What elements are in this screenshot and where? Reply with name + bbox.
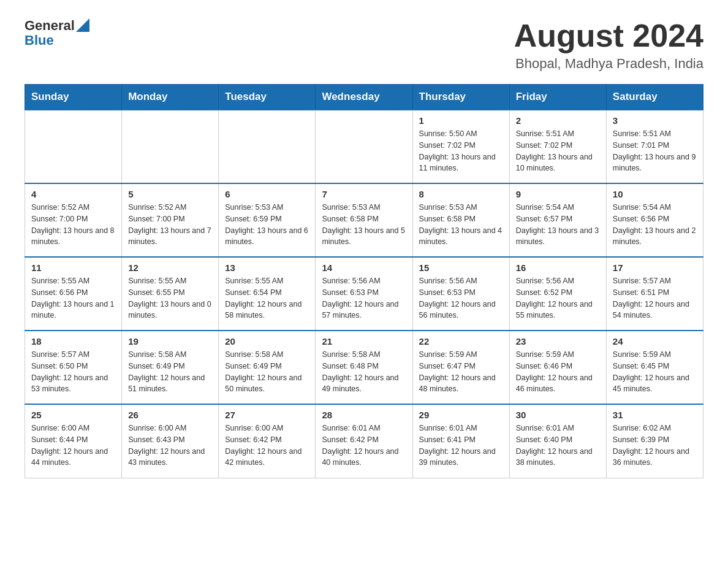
day-info: Sunrise: 5:55 AM Sunset: 6:55 PM Dayligh… <box>128 275 212 321</box>
week-row-5: 25Sunrise: 6:00 AM Sunset: 6:44 PM Dayli… <box>25 404 703 478</box>
day-info: Sunrise: 5:51 AM Sunset: 7:01 PM Dayligh… <box>613 128 697 174</box>
day-number: 6 <box>225 189 309 199</box>
day-info: Sunrise: 5:59 AM Sunset: 6:45 PM Dayligh… <box>613 349 697 395</box>
calendar-title: August 2024 <box>514 18 703 53</box>
day-number: 3 <box>613 115 697 126</box>
week-row-2: 4Sunrise: 5:52 AM Sunset: 7:00 PM Daylig… <box>25 183 703 257</box>
weekday-header-thursday: Thursday <box>412 85 509 110</box>
day-number: 22 <box>419 336 503 347</box>
day-info: Sunrise: 5:59 AM Sunset: 6:46 PM Dayligh… <box>516 349 600 395</box>
calendar-cell: 15Sunrise: 5:56 AM Sunset: 6:53 PM Dayli… <box>412 257 509 331</box>
day-number: 20 <box>225 336 309 347</box>
day-number: 1 <box>419 115 503 126</box>
day-info: Sunrise: 6:00 AM Sunset: 6:44 PM Dayligh… <box>31 423 115 469</box>
day-info: Sunrise: 5:51 AM Sunset: 7:02 PM Dayligh… <box>516 128 600 174</box>
day-info: Sunrise: 5:54 AM Sunset: 6:57 PM Dayligh… <box>516 202 600 248</box>
calendar-cell: 11Sunrise: 5:55 AM Sunset: 6:56 PM Dayli… <box>25 257 122 331</box>
day-info: Sunrise: 5:56 AM Sunset: 6:52 PM Dayligh… <box>516 275 600 321</box>
calendar-cell: 2Sunrise: 5:51 AM Sunset: 7:02 PM Daylig… <box>509 110 606 183</box>
day-info: Sunrise: 5:58 AM Sunset: 6:48 PM Dayligh… <box>322 349 406 395</box>
logo-triangle-icon <box>76 18 89 32</box>
day-number: 17 <box>613 262 697 273</box>
day-number: 24 <box>613 336 697 347</box>
calendar-cell <box>316 110 412 183</box>
day-info: Sunrise: 5:54 AM Sunset: 6:56 PM Dayligh… <box>613 202 697 248</box>
weekday-header-wednesday: Wednesday <box>316 85 412 110</box>
day-info: Sunrise: 6:00 AM Sunset: 6:43 PM Dayligh… <box>128 423 212 469</box>
calendar-cell: 26Sunrise: 6:00 AM Sunset: 6:43 PM Dayli… <box>122 404 219 478</box>
day-number: 13 <box>225 262 309 273</box>
calendar-cell: 1Sunrise: 5:50 AM Sunset: 7:02 PM Daylig… <box>412 110 509 183</box>
day-number: 5 <box>128 189 212 199</box>
day-number: 25 <box>31 410 115 420</box>
day-number: 18 <box>31 336 115 347</box>
calendar-cell: 8Sunrise: 5:53 AM Sunset: 6:58 PM Daylig… <box>412 183 509 257</box>
header-right: August 2024 Bhopal, Madhya Pradesh, Indi… <box>514 18 703 72</box>
calendar-cell: 30Sunrise: 6:01 AM Sunset: 6:40 PM Dayli… <box>509 404 606 478</box>
calendar-cell: 23Sunrise: 5:59 AM Sunset: 6:46 PM Dayli… <box>509 331 606 404</box>
calendar-cell: 20Sunrise: 5:58 AM Sunset: 6:49 PM Dayli… <box>219 331 316 404</box>
day-number: 21 <box>322 336 406 347</box>
day-number: 16 <box>516 262 600 273</box>
calendar-cell <box>122 110 219 183</box>
day-number: 4 <box>31 189 115 199</box>
day-info: Sunrise: 5:59 AM Sunset: 6:47 PM Dayligh… <box>419 349 503 395</box>
calendar-cell: 21Sunrise: 5:58 AM Sunset: 6:48 PM Dayli… <box>316 331 412 404</box>
day-number: 9 <box>516 189 600 199</box>
day-number: 15 <box>419 262 503 273</box>
day-info: Sunrise: 5:57 AM Sunset: 6:51 PM Dayligh… <box>613 275 697 321</box>
day-number: 10 <box>613 189 697 199</box>
calendar-table: SundayMondayTuesdayWednesdayThursdayFrid… <box>25 84 703 478</box>
day-info: Sunrise: 5:50 AM Sunset: 7:02 PM Dayligh… <box>419 128 503 174</box>
day-number: 2 <box>516 115 600 126</box>
day-number: 23 <box>516 336 600 347</box>
calendar-cell: 17Sunrise: 5:57 AM Sunset: 6:51 PM Dayli… <box>606 257 703 331</box>
weekday-header-monday: Monday <box>122 85 219 110</box>
day-info: Sunrise: 6:00 AM Sunset: 6:42 PM Dayligh… <box>225 423 309 469</box>
day-info: Sunrise: 5:56 AM Sunset: 6:53 PM Dayligh… <box>322 275 406 321</box>
calendar-cell <box>219 110 316 183</box>
logo-blue: Blue <box>25 33 89 48</box>
day-number: 14 <box>322 262 406 273</box>
calendar-cell: 13Sunrise: 5:55 AM Sunset: 6:54 PM Dayli… <box>219 257 316 331</box>
day-info: Sunrise: 6:01 AM Sunset: 6:41 PM Dayligh… <box>419 423 503 469</box>
calendar-cell: 27Sunrise: 6:00 AM Sunset: 6:42 PM Dayli… <box>219 404 316 478</box>
day-info: Sunrise: 5:56 AM Sunset: 6:53 PM Dayligh… <box>419 275 503 321</box>
calendar-cell: 19Sunrise: 5:58 AM Sunset: 6:49 PM Dayli… <box>122 331 219 404</box>
calendar-cell: 31Sunrise: 6:02 AM Sunset: 6:39 PM Dayli… <box>606 404 703 478</box>
day-info: Sunrise: 5:55 AM Sunset: 6:56 PM Dayligh… <box>31 275 115 321</box>
day-info: Sunrise: 5:52 AM Sunset: 7:00 PM Dayligh… <box>31 202 115 248</box>
day-number: 28 <box>322 410 406 420</box>
day-number: 31 <box>613 410 697 420</box>
day-number: 8 <box>419 189 503 199</box>
weekday-header-row: SundayMondayTuesdayWednesdayThursdayFrid… <box>25 85 703 110</box>
day-number: 19 <box>128 336 212 347</box>
weekday-header-tuesday: Tuesday <box>219 85 316 110</box>
day-info: Sunrise: 6:02 AM Sunset: 6:39 PM Dayligh… <box>613 423 697 469</box>
calendar-cell: 29Sunrise: 6:01 AM Sunset: 6:41 PM Dayli… <box>412 404 509 478</box>
day-info: Sunrise: 5:55 AM Sunset: 6:54 PM Dayligh… <box>225 275 309 321</box>
day-info: Sunrise: 6:01 AM Sunset: 6:40 PM Dayligh… <box>516 423 600 469</box>
calendar-cell: 14Sunrise: 5:56 AM Sunset: 6:53 PM Dayli… <box>316 257 412 331</box>
calendar-cell: 28Sunrise: 6:01 AM Sunset: 6:42 PM Dayli… <box>316 404 412 478</box>
calendar-cell: 25Sunrise: 6:00 AM Sunset: 6:44 PM Dayli… <box>25 404 122 478</box>
calendar-cell: 3Sunrise: 5:51 AM Sunset: 7:01 PM Daylig… <box>606 110 703 183</box>
calendar-cell: 12Sunrise: 5:55 AM Sunset: 6:55 PM Dayli… <box>122 257 219 331</box>
day-info: Sunrise: 5:53 AM Sunset: 6:58 PM Dayligh… <box>322 202 406 248</box>
calendar-cell: 22Sunrise: 5:59 AM Sunset: 6:47 PM Dayli… <box>412 331 509 404</box>
calendar-cell: 10Sunrise: 5:54 AM Sunset: 6:56 PM Dayli… <box>606 183 703 257</box>
day-info: Sunrise: 5:57 AM Sunset: 6:50 PM Dayligh… <box>31 349 115 395</box>
calendar-cell: 4Sunrise: 5:52 AM Sunset: 7:00 PM Daylig… <box>25 183 122 257</box>
day-info: Sunrise: 5:58 AM Sunset: 6:49 PM Dayligh… <box>128 349 212 395</box>
day-number: 12 <box>128 262 212 273</box>
day-number: 26 <box>128 410 212 420</box>
day-info: Sunrise: 5:53 AM Sunset: 6:58 PM Dayligh… <box>419 202 503 248</box>
weekday-header-friday: Friday <box>509 85 606 110</box>
logo-general: General <box>25 18 75 33</box>
day-info: Sunrise: 5:58 AM Sunset: 6:49 PM Dayligh… <box>225 349 309 395</box>
day-info: Sunrise: 5:52 AM Sunset: 7:00 PM Dayligh… <box>128 202 212 248</box>
day-number: 7 <box>322 189 406 199</box>
calendar-cell: 7Sunrise: 5:53 AM Sunset: 6:58 PM Daylig… <box>316 183 412 257</box>
svg-marker-0 <box>76 18 89 32</box>
page-header: General Blue August 2024 Bhopal, Madhya … <box>25 18 703 72</box>
